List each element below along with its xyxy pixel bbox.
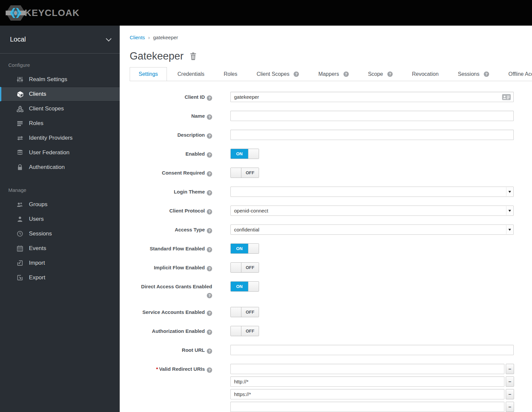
help-icon[interactable]: ?	[207, 152, 212, 158]
keycloak-logo-icon	[5, 4, 26, 22]
help-icon[interactable]: ?	[207, 330, 212, 335]
client-protocol-select[interactable]: openid-connect	[230, 206, 514, 216]
help-icon[interactable]: ?	[207, 228, 212, 233]
standard-flow-label: Standard Flow Enabled?	[130, 243, 212, 252]
help-icon[interactable]: ?	[294, 71, 299, 77]
remove-uri-button[interactable]: −	[506, 402, 514, 412]
toggle-handle	[231, 326, 241, 336]
breadcrumb-separator: ›	[145, 35, 153, 40]
redirect-uri-row: −	[230, 402, 514, 412]
help-icon[interactable]: ?	[207, 247, 212, 252]
breadcrumb-clients-link[interactable]: Clients	[130, 35, 145, 40]
help-icon[interactable]: ?	[207, 133, 212, 139]
direct-access-grants-label: Direct Access Grants Enabled?	[130, 281, 212, 298]
toggle-handle	[231, 307, 241, 317]
name-input[interactable]	[230, 111, 514, 121]
client-settings-form: Client ID? Name?	[130, 92, 532, 412]
tab-revocation[interactable]: Revocation	[403, 68, 447, 81]
tab-offline-access[interactable]: Offline Access ?	[500, 68, 532, 81]
help-icon[interactable]: ?	[207, 95, 212, 101]
tab-bar: Settings Credentials Roles Client Scopes…	[130, 67, 532, 81]
realm-selector[interactable]: Local	[0, 26, 120, 54]
help-icon[interactable]: ?	[207, 311, 212, 316]
enabled-label: Enabled?	[130, 149, 212, 158]
remove-uri-button[interactable]: −	[506, 376, 514, 387]
help-icon[interactable]: ?	[207, 266, 212, 271]
redirect-uri-row: −	[230, 389, 514, 399]
root-url-input[interactable]	[230, 345, 514, 355]
database-icon	[16, 149, 24, 156]
help-icon[interactable]: ?	[207, 293, 212, 298]
select-caret-icon	[506, 206, 513, 215]
tab-settings[interactable]: Settings	[130, 67, 167, 81]
redirect-uri-input[interactable]	[230, 376, 504, 387]
export-icon	[16, 274, 24, 281]
sidebar-item-authentication[interactable]: Authentication	[0, 160, 120, 175]
service-accounts-label: Service Accounts Enabled?	[130, 307, 212, 316]
toggle-handle	[231, 168, 241, 178]
description-input[interactable]	[230, 130, 514, 140]
remove-uri-button[interactable]: −	[506, 389, 514, 399]
remove-uri-button[interactable]: −	[506, 364, 514, 374]
service-accounts-toggle[interactable]: OFF	[230, 307, 259, 317]
import-icon	[16, 260, 24, 266]
contact-card-icon[interactable]	[502, 94, 511, 101]
tab-mappers[interactable]: Mappers ?	[310, 68, 357, 81]
client-id-label: Client ID?	[130, 92, 212, 101]
sidebar-item-export[interactable]: Export	[0, 270, 120, 285]
redirect-uri-row: −	[230, 364, 514, 374]
help-icon[interactable]: ?	[484, 71, 489, 77]
help-icon[interactable]: ?	[343, 71, 349, 77]
toggle-handle	[248, 244, 259, 253]
sidebar-item-events[interactable]: Events	[0, 241, 120, 256]
sidebar-item-sessions[interactable]: Sessions	[0, 226, 120, 241]
toggle-handle	[248, 149, 259, 159]
redirect-uri-input[interactable]	[230, 364, 504, 374]
tab-sessions[interactable]: Sessions ?	[449, 68, 498, 81]
sidebar-item-label: Users	[29, 216, 44, 222]
sidebar-item-identity-providers[interactable]: Identity Providers	[0, 131, 120, 145]
redirect-uri-input[interactable]	[230, 402, 504, 412]
keycloak-logo: KEYCLOAK	[5, 4, 79, 22]
help-icon[interactable]: ?	[387, 71, 393, 77]
trash-icon[interactable]	[190, 52, 197, 60]
help-icon[interactable]: ?	[207, 114, 212, 120]
help-icon[interactable]: ?	[207, 190, 212, 196]
sidebar-item-roles[interactable]: Roles	[0, 116, 120, 131]
sidebar-item-label: Authentication	[29, 164, 65, 171]
sidebar-item-client-scopes[interactable]: Client Scopes	[0, 101, 120, 116]
sidebar-item-user-federation[interactable]: User Federation	[0, 145, 120, 160]
implicit-flow-toggle[interactable]: OFF	[230, 262, 259, 273]
tab-client-scopes[interactable]: Client Scopes ?	[248, 68, 308, 81]
brand-text: KEYCLOAK	[25, 8, 79, 18]
authorization-enabled-toggle[interactable]: OFF	[230, 326, 259, 336]
login-theme-select[interactable]	[230, 187, 514, 197]
redirect-uri-input[interactable]	[230, 389, 504, 399]
valid-redirect-uris-label: *Valid Redirect URIs?	[130, 364, 212, 373]
page-title: Gatekeeper	[130, 50, 184, 62]
standard-flow-toggle[interactable]: ON	[230, 243, 259, 254]
help-icon[interactable]: ?	[207, 209, 212, 214]
sidebar-item-clients[interactable]: Clients	[0, 87, 120, 101]
root-url-label: Root URL?	[130, 345, 212, 354]
user-icon	[16, 216, 24, 222]
tab-credentials[interactable]: Credentials	[169, 68, 213, 81]
clock-icon	[16, 230, 24, 237]
help-icon[interactable]: ?	[207, 171, 212, 177]
access-type-select[interactable]: confidential	[230, 224, 514, 235]
help-icon[interactable]: ?	[207, 367, 212, 373]
consent-required-toggle[interactable]: OFF	[230, 168, 259, 178]
enabled-toggle[interactable]: ON	[230, 149, 259, 159]
sidebar-item-realm-settings[interactable]: Realm Settings	[0, 72, 120, 87]
authorization-enabled-label: Authorization Enabled?	[130, 326, 212, 335]
calendar-icon	[16, 245, 24, 252]
sidebar-item-users[interactable]: Users	[0, 212, 120, 226]
tab-scope[interactable]: Scope ?	[359, 68, 401, 81]
sidebar-item-groups[interactable]: Groups	[0, 197, 120, 212]
client-id-input[interactable]	[230, 92, 514, 102]
sidebar-item-label: Clients	[29, 91, 46, 97]
tab-roles[interactable]: Roles	[215, 68, 246, 81]
help-icon[interactable]: ?	[207, 348, 212, 354]
direct-access-grants-toggle[interactable]: ON	[230, 281, 259, 292]
sidebar-item-import[interactable]: Import	[0, 256, 120, 270]
